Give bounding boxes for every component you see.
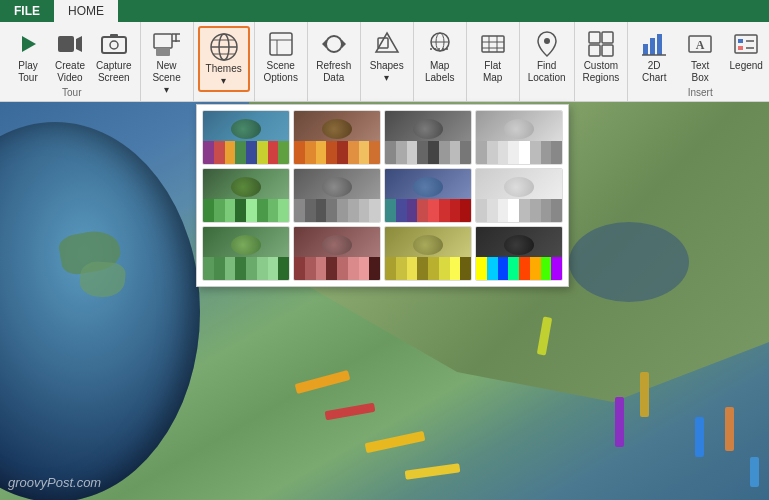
map-marker-7 (695, 417, 704, 457)
svg-rect-9 (156, 48, 170, 56)
svg-marker-2 (76, 36, 82, 52)
map-marker-8 (725, 407, 734, 451)
play-tour-label: Play Tour (18, 60, 37, 84)
themes-button[interactable]: Themes ▾ (198, 26, 250, 92)
svg-rect-43 (738, 39, 743, 43)
file-tab[interactable]: FILE (0, 0, 54, 22)
svg-rect-38 (657, 34, 662, 55)
new-scene-button[interactable]: NewScene ▾ (145, 26, 189, 98)
theme-item-9[interactable] (202, 226, 290, 281)
refresh-data-label: RefreshData (316, 60, 351, 84)
svg-marker-0 (22, 36, 36, 52)
ribbon-group-maplabels: MapLabels (414, 22, 467, 101)
themes-label: Themes ▾ (206, 63, 242, 87)
earth-curve (0, 122, 200, 500)
custom-regions-button[interactable]: CustomRegions (579, 26, 624, 86)
scene-options-button[interactable]: SceneOptions (259, 26, 303, 86)
svg-rect-33 (602, 32, 613, 43)
svg-marker-21 (376, 33, 398, 52)
ribbon-group-flatmap: FlatMap (467, 22, 520, 101)
map-marker-6 (640, 372, 649, 417)
ribbon-group-shapes: Shapes ▾ (361, 22, 414, 101)
map-marker-3 (365, 431, 426, 453)
custom-regions-label: CustomRegions (583, 60, 620, 84)
svg-rect-6 (154, 34, 172, 48)
create-video-label: Create Video (55, 60, 85, 84)
2d-chart-label: 2DChart (642, 60, 666, 84)
find-location-button[interactable]: FindLocation (524, 26, 570, 86)
map-marker-2 (325, 403, 376, 421)
flat-map-button[interactable]: FlatMap (471, 26, 515, 86)
legend-button[interactable]: Legend (724, 26, 768, 87)
ribbon-group-newscene: NewScene ▾ (141, 22, 194, 101)
insert-group-label: Insert (632, 87, 768, 101)
ribbon-group-sceneopts: SceneOptions (255, 22, 308, 101)
svg-rect-45 (738, 46, 743, 50)
svg-rect-35 (602, 45, 613, 56)
theme-item-7[interactable] (384, 168, 472, 223)
map-marker-1 (295, 370, 351, 394)
svg-rect-32 (589, 32, 600, 43)
theme-item-1[interactable] (202, 110, 290, 165)
svg-point-4 (110, 41, 118, 49)
ribbon: Play Tour Create Video Capture Screen To… (0, 22, 769, 102)
svg-point-31 (544, 38, 550, 44)
ribbon-group-refresh: RefreshData (308, 22, 361, 101)
svg-text:A: A (696, 38, 705, 52)
ribbon-group-findloc: FindLocation (520, 22, 575, 101)
ribbon-group-themes: Themes ▾ (194, 22, 255, 101)
scene-options-label: SceneOptions (263, 60, 297, 84)
theme-item-2[interactable] (293, 110, 381, 165)
ribbon-group-tour: Play Tour Create Video Capture Screen To… (4, 22, 141, 101)
svg-rect-5 (110, 34, 118, 38)
capture-screen-label: Capture Screen (96, 60, 132, 84)
text-box-button[interactable]: A TextBox (678, 26, 722, 87)
svg-rect-34 (589, 45, 600, 56)
svg-rect-1 (58, 36, 74, 52)
find-location-label: FindLocation (528, 60, 566, 84)
create-video-button[interactable]: Create Video (50, 26, 90, 86)
svg-rect-26 (482, 36, 504, 52)
map-labels-button[interactable]: MapLabels (418, 26, 462, 86)
flat-map-label: FlatMap (483, 60, 502, 84)
watermark: groovyPost.com (8, 475, 101, 490)
map-labels-label: MapLabels (425, 60, 454, 84)
home-tab[interactable]: HOME (54, 0, 118, 22)
themes-dropdown (196, 104, 569, 287)
shapes-button[interactable]: Shapes ▾ (365, 26, 409, 86)
theme-item-12[interactable] (475, 226, 563, 281)
shapes-label: Shapes ▾ (369, 60, 405, 84)
play-tour-button[interactable]: Play Tour (8, 26, 48, 86)
theme-item-5[interactable] (202, 168, 290, 223)
ribbon-group-custom: CustomRegions (575, 22, 629, 101)
ribbon-group-insert: 2DChart A TextBox Legend Insert (628, 22, 769, 101)
legend-label: Legend (730, 60, 763, 72)
tour-group-label: Tour (8, 87, 136, 101)
svg-rect-36 (643, 44, 648, 55)
svg-rect-37 (650, 38, 655, 55)
theme-item-6[interactable] (293, 168, 381, 223)
2d-chart-button[interactable]: 2DChart (632, 26, 676, 87)
svg-marker-20 (322, 40, 326, 48)
svg-rect-3 (102, 37, 126, 53)
refresh-data-button[interactable]: RefreshData (312, 26, 356, 86)
map-marker-5 (615, 397, 624, 447)
theme-item-8[interactable] (475, 168, 563, 223)
svg-rect-16 (270, 33, 292, 55)
theme-item-4[interactable] (475, 110, 563, 165)
theme-item-10[interactable] (293, 226, 381, 281)
map-marker-9 (750, 457, 759, 487)
capture-screen-button[interactable]: Capture Screen (92, 26, 136, 86)
theme-item-11[interactable] (384, 226, 472, 281)
map-marker-4 (405, 463, 461, 480)
new-scene-label: NewScene ▾ (149, 60, 185, 96)
theme-item-3[interactable] (384, 110, 472, 165)
svg-rect-42 (735, 35, 757, 53)
text-box-label: TextBox (691, 60, 709, 84)
